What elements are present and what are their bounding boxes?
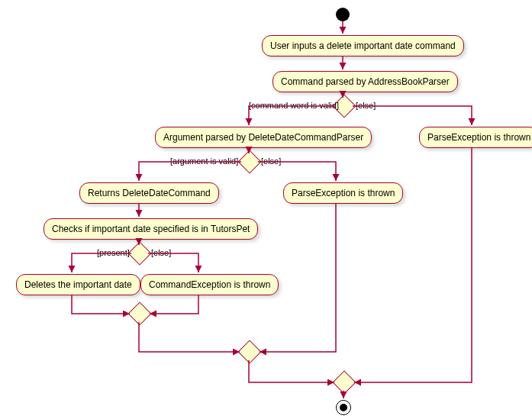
activity-returns-deletedate: Returns DeleteDateCommand bbox=[79, 182, 219, 204]
activity-parse-exception-top: ParseException is thrown bbox=[419, 127, 532, 148]
activity-parse-exception-mid: ParseException is thrown bbox=[283, 182, 403, 204]
label-present-else: [else] bbox=[151, 248, 171, 257]
label-argument-valid: [argument is valid] bbox=[170, 156, 238, 166]
decision-argument-valid bbox=[237, 150, 261, 173]
end-node bbox=[336, 400, 351, 415]
activity-deletes-date: Deletes the important date bbox=[16, 274, 140, 295]
activity-argument-parsed: Argument parsed by DeleteDateCommandPars… bbox=[155, 127, 372, 148]
activity-user-inputs: User inputs a delete important date comm… bbox=[262, 35, 464, 56]
label-command-else: [else] bbox=[356, 101, 376, 110]
activity-checks-tutorspet: Checks if important date specified is in… bbox=[44, 218, 258, 240]
start-node bbox=[336, 8, 350, 21]
merge-inner bbox=[127, 301, 151, 325]
label-argument-else: [else] bbox=[261, 156, 281, 166]
activity-command-exception: CommandException is thrown bbox=[140, 274, 279, 295]
activity-command-parsed: Command parsed by AddressBookParser bbox=[272, 71, 458, 92]
label-command-valid: [command word is valid] bbox=[249, 101, 339, 110]
merge-mid bbox=[237, 340, 261, 363]
merge-outer bbox=[332, 370, 356, 394]
label-present: [present] bbox=[97, 248, 130, 257]
decision-present bbox=[127, 241, 151, 265]
